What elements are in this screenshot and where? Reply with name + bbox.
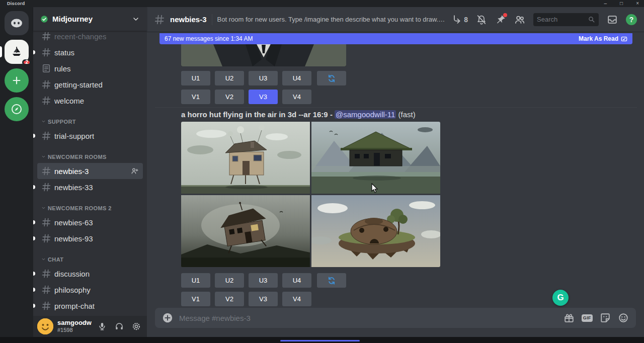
reroll-button[interactable] — [317, 273, 346, 288]
pinned-messages-button[interactable] — [495, 14, 506, 25]
unread-dot — [33, 134, 35, 138]
close-button[interactable]: × — [636, 1, 639, 6]
generated-image-3[interactable] — [181, 195, 310, 267]
channel-list: recent-changes status rules getting-star… — [33, 31, 147, 316]
channel-label: newbies-33 — [54, 183, 93, 192]
unread-dot — [33, 288, 35, 292]
minimize-button[interactable]: – — [604, 1, 607, 6]
v3-button[interactable]: V3 — [249, 292, 278, 306]
channel-status[interactable]: status — [37, 44, 143, 60]
channel-rules[interactable]: rules — [37, 60, 143, 76]
mark-as-read-button[interactable]: Mark As Read — [579, 35, 627, 42]
generated-image-4[interactable] — [311, 195, 440, 267]
deafen-button[interactable] — [113, 320, 126, 333]
channel-partially-hidden[interactable] — [37, 314, 143, 316]
member-list-icon[interactable] — [514, 14, 525, 25]
v3-button[interactable]: V3 — [249, 90, 278, 104]
attach-file-icon[interactable] — [162, 312, 173, 323]
server-rail: 2 — [0, 7, 33, 337]
hash-icon — [41, 233, 51, 243]
channel-label: rules — [54, 64, 71, 73]
server-icon-midjourney[interactable]: 2 — [5, 40, 29, 64]
channel-getting-started[interactable]: getting-started — [37, 76, 143, 93]
u3-button[interactable]: U3 — [249, 273, 278, 288]
channel-newbies-63[interactable]: newbies-63 — [37, 214, 143, 230]
reroll-button[interactable] — [317, 71, 346, 85]
hash-icon — [41, 217, 51, 227]
mute-microphone-button[interactable] — [96, 320, 109, 333]
help-button[interactable]: ? — [626, 14, 637, 25]
u4-button[interactable]: U4 — [282, 273, 311, 288]
new-messages-bar[interactable]: 67 new messages since 1:34 AM Mark As Re… — [159, 33, 632, 44]
generated-image-2[interactable] — [311, 122, 440, 194]
v1-button[interactable]: V1 — [181, 90, 210, 104]
upscaled-image-partial[interactable] — [181, 44, 346, 66]
u2-button[interactable]: U2 — [215, 273, 244, 288]
maximize-button[interactable]: □ — [620, 1, 623, 6]
gift-icon[interactable] — [564, 312, 575, 323]
tilted-flying-house-dark — [181, 195, 310, 267]
topbar-divider — [212, 14, 212, 25]
generated-image-1[interactable] — [181, 122, 310, 194]
u4-button[interactable]: U4 — [282, 71, 311, 85]
channel-philosophy[interactable]: philosophy — [37, 282, 143, 298]
sticker-icon[interactable] — [600, 312, 611, 323]
user-mention[interactable]: @samgoodwill-11 — [335, 110, 396, 119]
unread-pill — [0, 46, 2, 57]
section-newcomer-rooms[interactable]: NEWCOMER ROOMS — [33, 144, 147, 163]
channel-recent-changes[interactable]: recent-changes — [37, 31, 143, 44]
headphones-icon — [115, 322, 124, 331]
channel-discussion[interactable]: discussion — [37, 266, 143, 282]
grammarly-badge[interactable]: G — [552, 290, 569, 306]
u1-button[interactable]: U1 — [181, 71, 210, 85]
server-header-dropdown[interactable]: Midjourney — [33, 7, 147, 31]
u1-button[interactable]: U1 — [181, 273, 210, 288]
section-newcomer-rooms-2[interactable]: NEWCOMER ROOMS 2 — [33, 195, 147, 214]
user-info[interactable]: samgoodw... #1598 — [57, 319, 92, 333]
channel-topic[interactable]: Bot room for new users. Type /imagine th… — [217, 16, 447, 23]
threads-button[interactable]: 8 — [451, 14, 468, 25]
v2-button[interactable]: V2 — [215, 90, 244, 104]
chevron-down-icon — [41, 206, 46, 210]
message-input[interactable]: Message #newbies-3 — [179, 314, 557, 322]
channel-welcome[interactable]: welcome — [37, 93, 143, 109]
gear-icon — [132, 322, 141, 331]
gif-picker-button[interactable]: GIF — [582, 314, 593, 322]
section-chat[interactable]: CHAT — [33, 246, 147, 266]
channel-newbies-33[interactable]: newbies-33 — [37, 179, 143, 195]
u2-button[interactable]: U2 — [215, 71, 244, 85]
inbox-icon[interactable] — [607, 14, 618, 25]
search-placeholder: Search — [537, 16, 586, 23]
user-avatar[interactable] — [37, 318, 53, 334]
user-settings-button[interactable] — [130, 320, 143, 333]
discord-home-button[interactable] — [5, 11, 29, 35]
search-input[interactable]: Search — [533, 13, 599, 26]
channel-trial-support[interactable]: trial-support — [37, 128, 143, 144]
notification-settings-icon[interactable] — [476, 14, 487, 25]
threads-count: 8 — [464, 16, 468, 24]
v4-button[interactable]: V4 — [282, 292, 311, 306]
app-title: Discord — [7, 1, 25, 6]
upscale-button-row: U1 U2 U3 U4 — [181, 71, 346, 85]
hash-icon — [41, 96, 51, 106]
channel-label: discussion — [54, 270, 90, 278]
u3-button[interactable]: U3 — [249, 71, 278, 85]
channel-prompt-chat[interactable]: prompt-chat — [37, 298, 143, 314]
emoji-icon[interactable] — [618, 312, 629, 323]
section-label: SUPPORT — [48, 119, 76, 125]
v1-button[interactable]: V1 — [181, 292, 210, 306]
explore-servers-button[interactable] — [5, 97, 29, 121]
channel-label: status — [54, 48, 74, 57]
refresh-icon — [327, 74, 336, 83]
help-glyph: ? — [629, 16, 634, 24]
midjourney-boat-icon — [10, 45, 23, 58]
create-invite-icon[interactable] — [131, 167, 139, 175]
add-server-button[interactable] — [5, 68, 29, 93]
hash-icon — [41, 269, 51, 279]
v4-button[interactable]: V4 — [282, 90, 311, 104]
section-support[interactable]: SUPPORT — [33, 109, 147, 128]
channel-newbies-93[interactable]: newbies-93 — [37, 230, 143, 246]
channel-newbies-3[interactable]: newbies-3 — [37, 163, 143, 179]
v2-button[interactable]: V2 — [215, 292, 244, 306]
hash-icon — [41, 166, 51, 176]
